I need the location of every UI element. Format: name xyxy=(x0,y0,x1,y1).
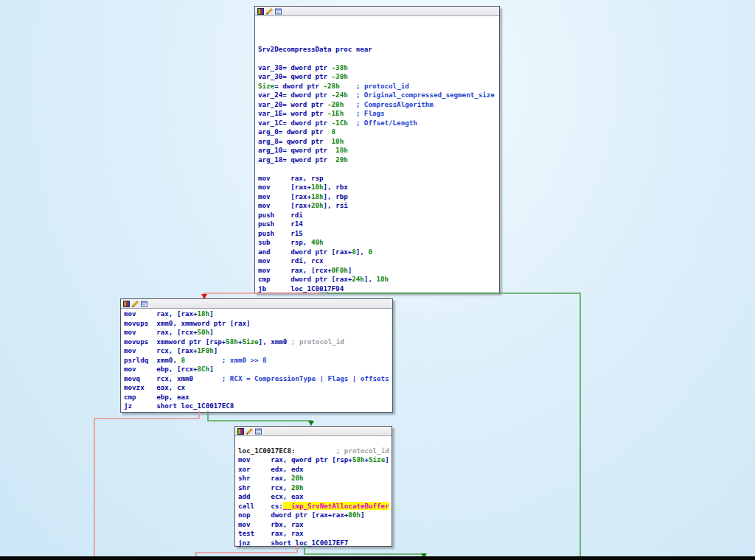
node-titlebar[interactable] xyxy=(235,427,392,436)
asm-line[interactable]: Size= dword ptr -28h ; protocol_id xyxy=(258,82,499,91)
group-node-icon[interactable] xyxy=(275,8,282,15)
asm-line[interactable]: mov [rax+18h], rbp xyxy=(258,192,499,202)
asm-num-segment: -38h xyxy=(332,63,348,71)
asm-num-segment: 10h xyxy=(311,183,324,191)
asm-line[interactable]: loc_1C0017EC8: ; protocol_id xyxy=(238,447,392,456)
asm-code-segment xyxy=(344,100,356,108)
asm-line[interactable]: shr rcx, 20h xyxy=(238,483,392,493)
asm-line[interactable] xyxy=(238,437,392,447)
asm-line[interactable]: var_20= word ptr -20h ; CompressAlgorith… xyxy=(258,100,499,110)
asm-line[interactable]: push r14 xyxy=(258,220,499,229)
asm-line[interactable]: test rax, rax xyxy=(238,529,392,539)
asm-line[interactable]: mov ebp, [rcx+8Ch] xyxy=(124,365,392,374)
asm-num-segment: 0F0h xyxy=(332,266,348,274)
graph-node-compare[interactable]: mov rax, [rax+18h]movups xmm0, xmmword p… xyxy=(120,298,393,413)
asm-line[interactable]: mov rax, [rcx+50h] xyxy=(124,328,392,337)
asm-line[interactable]: Srv2DecompressData proc near xyxy=(258,45,499,55)
asm-line[interactable]: var_30= qword ptr -30h xyxy=(258,72,499,82)
asm-line[interactable]: jb loc_1C0017F94 xyxy=(258,284,499,294)
asm-line[interactable]: psrldq xmm0, 8 ; xmm0 >> 8 xyxy=(124,356,392,365)
asm-line[interactable]: movups xmmword ptr [rsp+58h+Size], xmm0 … xyxy=(124,337,392,347)
asm-line[interactable]: var_1C= dword ptr -1Ch ; Offset/Length xyxy=(258,119,499,128)
asm-line[interactable] xyxy=(258,35,499,45)
asm-line[interactable]: mov rdi, rcx xyxy=(258,256,499,266)
asm-line[interactable]: shr rax, 20h xyxy=(238,474,392,483)
graph-view[interactable]: Srv2DecompressData proc near var_38= dwo… xyxy=(0,0,755,560)
node-titlebar[interactable] xyxy=(121,299,392,309)
asm-line[interactable] xyxy=(258,54,499,63)
edit-node-icon[interactable] xyxy=(246,428,253,435)
asm-code-segment: ] xyxy=(361,511,365,519)
asm-num-segment: -1Eh xyxy=(327,109,344,117)
asm-code-segment: movq rcx, xmm0 xyxy=(124,374,222,382)
asm-line[interactable]: mov rax, [rcx+0F0h] xyxy=(258,266,499,276)
asm-code-segment: ], xmm0 xyxy=(259,337,291,346)
node-titlebar[interactable] xyxy=(255,7,499,16)
asm-line[interactable]: mov rax, qword ptr [rsp+58h+Size] xyxy=(238,455,392,465)
flow-edge-arrowhead xyxy=(308,421,314,426)
asm-line[interactable]: nop dword ptr [rax+rax+00h] xyxy=(238,511,392,520)
asm-line[interactable]: push rdi xyxy=(258,211,499,220)
asm-code-segment: push rdi xyxy=(258,211,303,219)
asm-code-segment: shr rcx, xyxy=(238,483,291,491)
asm-comment-segment: ; xmm0 >> 8 xyxy=(222,356,267,364)
set-node-color-icon[interactable] xyxy=(237,428,244,435)
asm-line[interactable]: mov rax, rsp xyxy=(258,174,499,183)
asm-line[interactable]: movups xmm0, xmmword ptr [rax] xyxy=(124,319,392,329)
asm-code-segment: mov [rax+ xyxy=(258,201,311,209)
asm-line[interactable]: mov [rax+20h], rsi xyxy=(258,201,499,211)
asm-line[interactable]: xor edx, edx xyxy=(238,465,392,475)
asm-code-segment xyxy=(185,356,222,364)
graph-node-entry[interactable]: Srv2DecompressData proc near var_38= dwo… xyxy=(254,6,500,293)
asm-code-segment: push r15 xyxy=(258,229,303,237)
asm-comment-segment: ; Offset/Length xyxy=(356,119,417,127)
asm-code-segment: mov rbx, rax xyxy=(238,520,304,528)
edit-node-icon[interactable] xyxy=(132,301,139,307)
asm-line[interactable]: arg_8= qword ptr 10h xyxy=(258,137,499,147)
asm-num-segment: 20h xyxy=(291,483,304,491)
asm-line[interactable]: call cs:__imp_SrvNetAllocateBuffer xyxy=(238,502,392,511)
asm-line[interactable]: cmp ebp, eax xyxy=(124,393,392,402)
asm-line[interactable]: var_38= dword ptr -38h xyxy=(258,63,499,73)
asm-line[interactable] xyxy=(258,27,499,36)
asm-line[interactable]: arg_18= qword ptr 20h xyxy=(258,155,499,165)
asm-line[interactable]: sub rsp, 40h xyxy=(258,238,499,248)
asm-num-segment: -28h xyxy=(324,82,340,90)
asm-num-segment: 1F0h xyxy=(198,346,214,354)
asm-code-segment: arg_10= qword ptr xyxy=(258,146,335,154)
asm-line[interactable]: mov rax, [rax+18h] xyxy=(124,309,392,319)
asm-line[interactable]: mov rcx, [rax+1F0h] xyxy=(124,346,392,356)
asm-line[interactable]: and dword ptr [rax+8], 0 xyxy=(258,248,499,257)
asm-line[interactable]: arg_10= qword ptr 18h xyxy=(258,146,499,155)
asm-code-segment: ] xyxy=(209,309,214,318)
asm-num-segment: 00h xyxy=(348,511,361,519)
asm-line[interactable]: arg_0= dword ptr 8 xyxy=(258,127,499,137)
group-node-icon[interactable] xyxy=(141,301,147,307)
asm-code-segment xyxy=(340,82,356,90)
asm-code-segment: shr rax, xyxy=(238,474,291,482)
edit-node-icon[interactable] xyxy=(266,8,273,15)
asm-code: Srv2DecompressData proc near var_38= dwo… xyxy=(255,16,499,293)
asm-line[interactable]: mov rbx, rax xyxy=(238,520,392,530)
asm-line[interactable]: add ecx, eax xyxy=(238,492,392,502)
asm-line[interactable]: cmp dword ptr [rax+24h], 10h xyxy=(258,275,499,284)
set-node-color-icon[interactable] xyxy=(123,301,130,307)
asm-line[interactable]: var_24= dword ptr -24h ; Original_compre… xyxy=(258,91,499,100)
asm-line[interactable]: mov [rax+10h], rbx xyxy=(258,183,499,192)
asm-code-segment: mov rax, [rcx+ xyxy=(124,328,198,336)
asm-code-segment: mov rcx, [rax+ xyxy=(124,346,198,354)
asm-line[interactable] xyxy=(258,17,499,27)
asm-code-segment xyxy=(348,91,356,99)
set-node-color-icon[interactable] xyxy=(257,8,264,15)
asm-num-segment: 40h xyxy=(311,238,324,246)
asm-line[interactable]: push r15 xyxy=(258,229,499,239)
asm-code-segment: arg_0= dword ptr xyxy=(258,127,332,136)
group-node-icon[interactable] xyxy=(255,428,262,435)
asm-line[interactable]: jnz short loc_1C0017EF7 xyxy=(238,539,392,548)
asm-line[interactable] xyxy=(258,164,499,174)
asm-line[interactable]: jz short loc_1C0017EC8 xyxy=(124,402,392,411)
asm-line[interactable]: movq rcx, xmm0 ; RCX = CompressionType |… xyxy=(124,374,392,384)
asm-line[interactable]: movzx eax, cx xyxy=(124,383,392,393)
asm-line[interactable]: var_1E= word ptr -1Eh ; Flags xyxy=(258,109,499,119)
graph-node-alloc[interactable]: loc_1C0017EC8: ; protocol_idmov rax, qwo… xyxy=(234,426,392,547)
